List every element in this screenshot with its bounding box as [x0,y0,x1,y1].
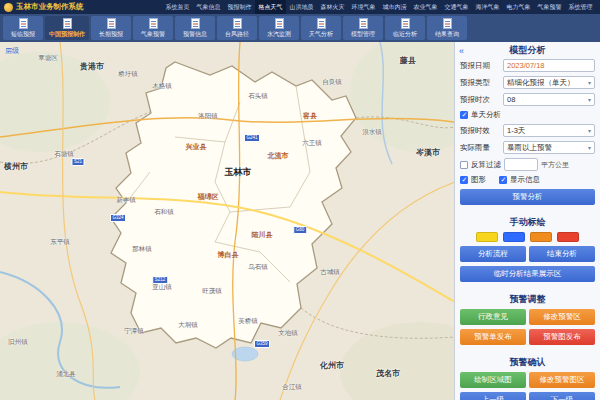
topnav-item[interactable]: 气象信息 [193,0,224,14]
topnav-item[interactable]: 格点天气 [255,0,286,14]
plot-color-chip-3[interactable] [557,232,579,242]
show-info-label: 显示信息 [510,175,540,185]
tab-label: 预警信息 [183,30,207,39]
tab-2[interactable]: 长期预报 [91,16,131,40]
plot-color-chip-2[interactable] [530,232,552,242]
topnav-item[interactable]: 环境气象 [348,0,379,14]
tab-label: 中国预报制作 [49,30,85,39]
plot-color-chip-1[interactable] [503,232,525,242]
next-level-button[interactable]: 下一级 [529,392,595,400]
document-icon [317,18,326,29]
forecast-type-row: 预报类型 精细化预报（单天）▾ [460,76,595,89]
forecast-type-value: 精细化预报（单天） [507,78,586,88]
tab-10[interactable]: 结果查询 [427,16,467,40]
single-day-checkbox[interactable] [460,111,468,119]
modify-warning-area-button[interactable]: 修改预警区 [529,309,595,325]
topnav-item[interactable]: 交通气象 [441,0,472,14]
end-analysis-button[interactable]: 结束分析 [529,246,595,262]
display-options-row: 图形 显示信息 [460,175,595,185]
tab-4[interactable]: 预警信息 [175,16,215,40]
manual-plot-title: 手动标绘 [455,216,600,229]
actual-rain-row: 实际雨量 暴雨以上预警▾ [460,141,595,154]
tab-label: 台风路径 [225,30,249,39]
filter-checkbox[interactable] [460,161,468,169]
prev-level-button[interactable]: 上一级 [460,392,526,400]
document-icon [359,18,368,29]
actual-rain-select[interactable]: 暴雨以上预警▾ [503,141,595,154]
analyze-row: 预警分析 [460,189,595,205]
tab-5[interactable]: 台风路径 [217,16,257,40]
road-shield: G241 [244,134,260,142]
topnav-item[interactable]: 气象预警 [534,0,565,14]
forecast-time-select[interactable]: 08▾ [503,93,595,106]
tab-label: 临近分析 [393,30,417,39]
map-canvas [0,42,454,400]
warning-analyze-button[interactable]: 预警分析 [460,189,595,205]
tab-1[interactable]: 中国预报制作 [45,16,89,40]
topnav-item[interactable]: 预报制作 [224,0,255,14]
analysis-flow-button[interactable]: 分析流程 [460,246,526,262]
forecast-date-input[interactable]: 2023/07/18 [503,59,595,72]
road-shield: G359 [254,340,270,348]
draw-region-map-button[interactable]: 绘制区域图 [460,372,526,388]
tab-9[interactable]: 临近分析 [385,16,425,40]
temp-result-row: 临时分析结果展示区 [460,266,595,282]
topnav-item[interactable]: 山洪地质 [286,0,317,14]
topnav-item[interactable]: 系统首页 [162,0,193,14]
topnav-item[interactable]: 系统管理 [565,0,596,14]
graph-checkbox[interactable] [460,176,468,184]
forecast-type-select[interactable]: 精细化预报（单天）▾ [503,76,595,89]
document-icon [107,18,116,29]
temp-result-button[interactable]: 临时分析结果展示区 [460,266,595,282]
panel-header: « 模型分析 [455,44,600,57]
forecast-time-label: 预报时次 [460,95,500,105]
adjust-row-1: 行政意见 修改预警区 [460,309,595,325]
admin-opinion-button[interactable]: 行政意见 [460,309,526,325]
app-window: 玉林市业务制作系统 系统首页气象信息预报制作格点天气山洪地质森林火灾环境气象城市… [0,0,600,400]
topnav-item[interactable]: 森林火灾 [317,0,348,14]
plot-color-chip-0[interactable] [476,232,498,242]
tab-label: 长期预报 [99,30,123,39]
warning-map-publish-button[interactable]: 预警图发布 [529,329,595,345]
document-icon [191,18,200,29]
map-level-link[interactable]: 层级 [5,46,19,56]
filter-area-input[interactable] [504,158,538,171]
road-shield: G80 [293,226,307,234]
filter-label: 反算过滤 [471,160,501,170]
top-bar: 玉林市业务制作系统 系统首页气象信息预报制作格点天气山洪地质森林火灾环境气象城市… [0,0,600,14]
document-icon [275,18,284,29]
modify-warning-map-button[interactable]: 修改预警图区 [529,372,595,388]
forecast-date-row: 预报日期 2023/07/18 [460,59,595,72]
tab-6[interactable]: 水汽监测 [259,16,299,40]
topnav-item[interactable]: 海洋气象 [472,0,503,14]
document-icon [149,18,158,29]
collapse-panel-icon[interactable]: « [459,46,464,56]
adjust-row-2: 预警单发布 预警图发布 [460,329,595,345]
tab-8[interactable]: 模型管理 [343,16,383,40]
warning-sheet-publish-button[interactable]: 预警单发布 [460,329,526,345]
document-icon [401,18,410,29]
tab-label: 天气分析 [309,30,333,39]
forecast-time-row: 预报时次 08▾ [460,93,595,106]
forecast-period-select[interactable]: 1-3天▾ [503,124,595,137]
chevron-down-icon: ▾ [588,79,591,86]
confirm-row-1: 绘制区域图 修改预警图区 [460,372,595,388]
forecast-type-label: 预报类型 [460,78,500,88]
topnav-item[interactable]: 电力气象 [503,0,534,14]
show-info-checkbox[interactable] [499,176,507,184]
document-icon [63,18,72,29]
tab-7[interactable]: 天气分析 [301,16,341,40]
warning-confirm-title: 预警确认 [455,356,600,369]
chevron-down-icon: ▾ [588,127,591,134]
topnav-items: 系统首页气象信息预报制作格点天气山洪地质森林火灾环境气象城市内涝农业气象交通气象… [162,0,596,14]
single-day-label: 单天分析 [471,110,501,120]
tab-0[interactable]: 短临预报 [3,16,43,40]
tab-3[interactable]: 气象预警 [133,16,173,40]
map-area[interactable]: 层级 覃塘区贵港市桥圩镇木格镇洛阳镇石头镇自良镇容县六王镇浪水镇藤县岑溪市横州市… [0,42,454,400]
app-logo-icon [4,3,13,12]
topnav-item[interactable]: 城市内涝 [379,0,410,14]
tab-label: 结果查询 [435,30,459,39]
forecast-time-value: 08 [507,95,586,104]
road-shield: S21 [71,158,84,166]
topnav-item[interactable]: 农业气象 [410,0,441,14]
